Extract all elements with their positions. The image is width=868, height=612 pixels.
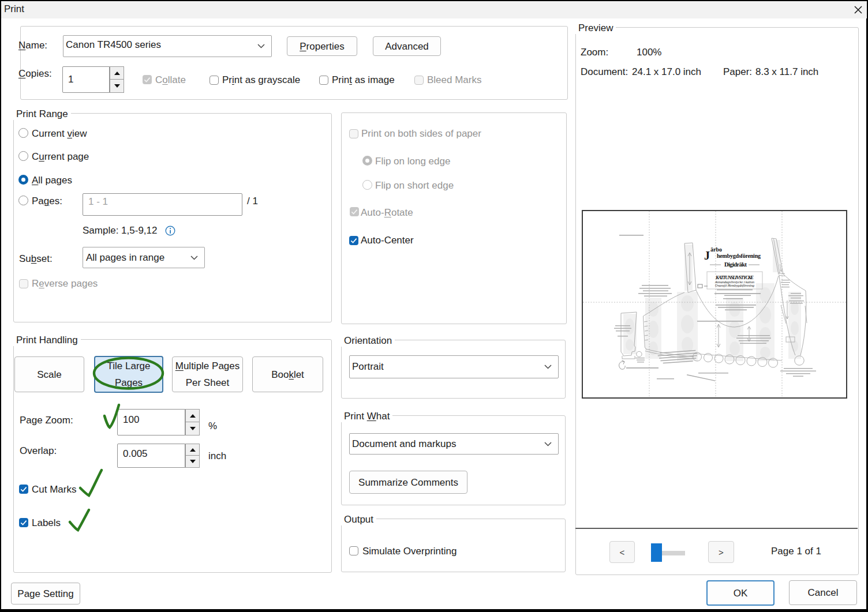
svg-text:KATTUNSLIVSTYCKE: KATTUNSLIVSTYCKE	[715, 275, 754, 280]
svg-text:Ovansjö Hembygdsförening: Ovansjö Hembygdsförening	[715, 284, 754, 287]
svg-text:Digidräkt: Digidräkt	[724, 261, 747, 268]
svg-text:ärbo: ärbo	[710, 246, 722, 253]
svg-text:J: J	[704, 249, 710, 262]
svg-text:hembygdsförening: hembygdsförening	[717, 253, 761, 259]
